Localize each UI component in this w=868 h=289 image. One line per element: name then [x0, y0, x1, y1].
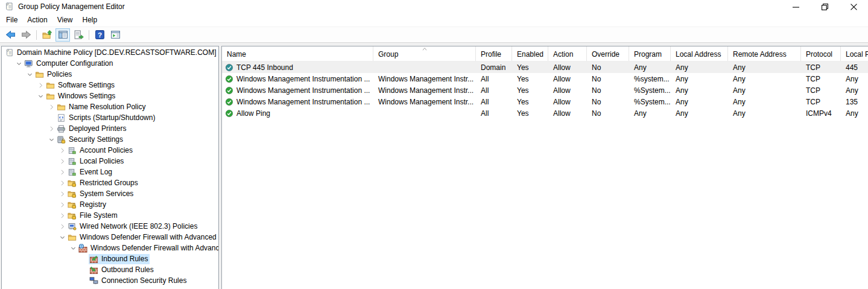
cell-text: Windows Management Instr... — [378, 75, 474, 83]
tree-expander-icon[interactable] — [26, 71, 33, 78]
tree-item-label: Event Log — [80, 168, 112, 176]
column-header-action[interactable]: Action — [548, 46, 587, 61]
tree-item-software-settings[interactable]: Software Settings — [2, 80, 218, 91]
cell-text: Allow — [553, 86, 571, 95]
tree-item-computer-configuration[interactable]: Computer Configuration — [2, 58, 218, 69]
column-header-profile[interactable]: Profile — [476, 46, 512, 61]
tree-item-label: Security Settings — [69, 135, 123, 144]
tree-item-name-resolution-policy[interactable]: Name Resolution Policy — [2, 101, 218, 112]
tree-item-label: Scripts (Startup/Shutdown) — [69, 113, 155, 122]
column-header-local-port[interactable]: Local Port — [841, 46, 868, 61]
tree-item-outbound-rules[interactable]: Outbound Rules — [2, 264, 218, 275]
console-tree-button[interactable] — [55, 28, 70, 42]
tree-expander-icon[interactable] — [59, 168, 66, 176]
column-header-label: Action — [553, 50, 573, 59]
tree-item-label: Connection Security Rules — [101, 276, 186, 285]
tree-item-local-policies[interactable]: Local Policies — [2, 156, 218, 167]
column-header-label: Group — [378, 50, 398, 59]
column-header-protocol[interactable]: Protocol — [801, 46, 841, 61]
back-arrow-button[interactable] — [3, 28, 17, 42]
cell-text: Allow Ping — [236, 109, 270, 118]
tree-item-windows-settings[interactable]: Windows Settings — [2, 91, 218, 101]
column-header-override[interactable]: Override — [587, 46, 629, 61]
folder-lock-icon — [68, 211, 77, 220]
tree-expander-icon[interactable] — [69, 244, 77, 252]
cell-action: Allow — [548, 63, 587, 72]
tree-item-label: Policies — [47, 70, 72, 78]
tree-expander-icon[interactable] — [15, 60, 22, 67]
tree-item-body: Windows Defender Firewall with Advanced … — [67, 232, 219, 243]
tree-item-windows-defender-firewall-with-advance[interactable]: Windows Defender Firewall with Advance — [2, 243, 218, 253]
tree-expander-icon[interactable] — [59, 147, 66, 154]
tree-expander-icon[interactable] — [48, 136, 55, 143]
rule-row-windows-management-instrumentation[interactable]: Windows Management Instrumentation ...Wi… — [222, 96, 868, 107]
tree-expander-icon[interactable] — [37, 81, 44, 89]
tree-item-account-policies[interactable]: Account Policies — [2, 145, 218, 156]
column-header-group[interactable]: Group — [373, 46, 476, 61]
tree-item-domain-machine-policy-dc-dev-recastsoftw[interactable]: Domain Machine Policy [DC.DEV.RECASTSOFT… — [2, 47, 218, 58]
list-column-headers: NameGroupProfileEnabledActionOverridePro… — [222, 46, 868, 62]
tree-item-event-log[interactable]: Event Log — [2, 167, 218, 177]
cell-text: Any — [846, 109, 858, 118]
menu-help[interactable]: Help — [78, 14, 103, 26]
rule-row-allow-ping[interactable]: Allow PingAllYesAllowNoAnyAnyAnyICMPv4An… — [222, 107, 868, 119]
column-header-local-address[interactable]: Local Address — [671, 46, 728, 61]
column-header-program[interactable]: Program — [629, 46, 671, 61]
tree-expander-icon[interactable] — [59, 233, 66, 241]
tree-item-label: Windows Settings — [58, 92, 115, 100]
cell-text: Yes — [517, 75, 529, 83]
tree-expander-icon[interactable] — [59, 179, 66, 186]
rule-row-windows-management-instrumentation[interactable]: Windows Management Instrumentation ...Wi… — [222, 73, 868, 84]
tree-item-restricted-groups[interactable]: Restricted Groups — [2, 177, 218, 188]
minimize-button[interactable] — [781, 0, 810, 13]
tree-item-windows-defender-firewall-with-advanced-[interactable]: Windows Defender Firewall with Advanced … — [2, 232, 218, 243]
tree-item-body: Local Policies — [67, 156, 125, 167]
tree-expander-icon[interactable] — [59, 201, 66, 208]
tree-item-file-system[interactable]: File System — [2, 210, 218, 221]
menu-file[interactable]: File — [1, 14, 22, 26]
rule-row-tcp-445-inbound[interactable]: TCP 445 InboundDomainYesAllowNoAnyAnyAny… — [222, 62, 868, 73]
tree-expander-icon[interactable] — [48, 103, 55, 110]
cell-group: Windows Management Instr... — [373, 98, 476, 106]
cell-override: No — [587, 63, 629, 72]
cell-name: Allow Ping — [222, 109, 373, 118]
tree-item-body: Policies — [34, 69, 74, 80]
close-button[interactable] — [839, 0, 868, 13]
tree-expander-icon[interactable] — [59, 212, 66, 219]
help-button[interactable] — [92, 28, 107, 42]
restore-button[interactable] — [810, 0, 839, 13]
tree-item-scripts-startup-shutdown[interactable]: Scripts (Startup/Shutdown) — [2, 112, 218, 123]
column-header-enabled[interactable]: Enabled — [512, 46, 548, 61]
chevron-expanded-icon — [37, 93, 44, 100]
tree-item-deployed-printers[interactable]: Deployed Printers — [2, 123, 218, 134]
tree-item-inbound-rules[interactable]: Inbound Rules — [2, 253, 218, 264]
tree-item-security-settings[interactable]: Security Settings — [2, 134, 218, 145]
tree-item-label: Software Settings — [58, 81, 115, 89]
tree-item-policies[interactable]: Policies — [2, 69, 218, 80]
tree-expander-icon[interactable] — [37, 92, 44, 100]
column-header-remote-address[interactable]: Remote Address — [728, 46, 801, 61]
cell-override: No — [587, 86, 629, 95]
tree-expander-icon[interactable] — [48, 125, 55, 132]
action-pane-button[interactable] — [108, 28, 122, 42]
up-one-level-button[interactable] — [40, 28, 54, 42]
column-header-name[interactable]: Name — [222, 46, 373, 61]
forward-arrow-button[interactable] — [19, 28, 33, 42]
chevron-collapsed-icon — [59, 191, 66, 197]
menu-action[interactable]: Action — [22, 14, 52, 26]
tree-item-connection-security-rules[interactable]: Connection Security Rules — [2, 275, 218, 286]
tree-item-body: Event Log — [67, 167, 114, 177]
cell-remote-address: Any — [728, 109, 801, 118]
tree-item-system-services[interactable]: System Services — [2, 188, 218, 199]
menu-view[interactable]: View — [52, 14, 78, 26]
tree-item-registry[interactable]: Registry — [2, 199, 218, 210]
export-list-button[interactable] — [71, 28, 86, 42]
rule-row-windows-management-instrumentation[interactable]: Windows Management Instrumentation ...Wi… — [222, 84, 868, 96]
tree-expander-icon[interactable] — [59, 190, 66, 197]
group-policy-management-editor-window: Group Policy Management Editor FileActio… — [0, 0, 868, 289]
tree-expander-icon[interactable] — [59, 223, 66, 230]
tree-expander-icon[interactable] — [59, 157, 66, 165]
tree-item-wired-network-ieee-802-3-policies[interactable]: Wired Network (IEEE 802.3) Policies — [2, 221, 218, 232]
chevron-expanded-icon — [70, 245, 77, 252]
tree-item-label: Computer Configuration — [36, 59, 113, 68]
